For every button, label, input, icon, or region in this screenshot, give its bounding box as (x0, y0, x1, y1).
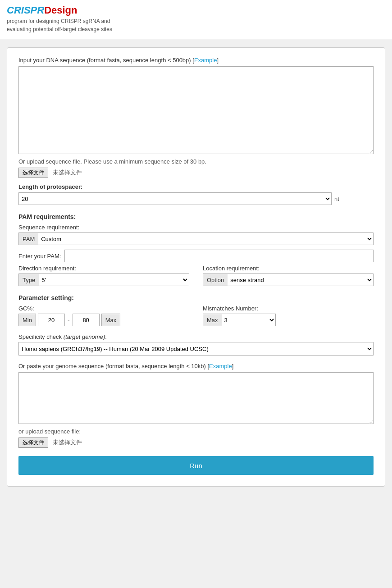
gc-min-prefix: Min (18, 314, 36, 326)
title-crispr: CRISPR (7, 5, 44, 16)
genome-upload-row: or upload sequence file: (18, 428, 374, 435)
mismatch-row: Max 3 (203, 314, 374, 326)
type-prefix-label: Type (18, 273, 39, 286)
upload-note2: or upload sequence file: (18, 428, 81, 435)
gc-dash: - (67, 316, 71, 324)
gc-label: GC%: (18, 305, 189, 312)
gc-max-prefix: Max (101, 314, 121, 326)
pam-input[interactable] (64, 250, 374, 262)
site-title: CRISPRDesign (7, 5, 385, 16)
dna-no-file-label: 未选择文件 (53, 169, 82, 176)
location-row: Option sense strand (203, 273, 374, 286)
param-row: GC%: Min - Max Mismatches Number: Max 3 (18, 305, 374, 326)
direction-col: Direction requirement: Type 5' (18, 265, 189, 286)
specificity-label: Specificity check (target genome): (18, 333, 374, 340)
enter-pam-row: Enter your PAM: (18, 250, 374, 262)
gc-max-input[interactable] (73, 314, 100, 326)
gc-row: Min - Max (18, 314, 189, 326)
location-col: Location requirement: Option sense stran… (203, 265, 374, 286)
protospacer-label: Length of protospacer: (18, 183, 374, 190)
genome-label-text: Or paste your genome sequence (format fa… (18, 363, 209, 369)
specificity-colon: : (105, 333, 107, 340)
dna-file-row: 选择文件 未选择文件 (18, 168, 374, 178)
dna-sequence-input[interactable] (18, 66, 374, 154)
mismatch-col: Mismatches Number: Max 3 (203, 305, 374, 326)
genome-file-button[interactable]: 选择文件 (18, 438, 48, 448)
nt-label: nt (334, 196, 339, 202)
gc-col: GC%: Min - Max (18, 305, 189, 326)
title-design: Design (44, 5, 77, 16)
pam-prefix-label: PAM (18, 232, 38, 245)
subtitle-line1: program for designing CRISPR sgRNA and (7, 18, 110, 24)
main-form-container: Input your DNA sequence (format fasta, s… (7, 47, 385, 487)
direction-select[interactable]: 5' (39, 273, 189, 286)
protospacer-select[interactable]: 20 (18, 192, 332, 205)
specificity-select[interactable]: Homo sapiens (GRCh37/hg19) -- Human (20 … (18, 342, 374, 356)
direction-row: Type 5' (18, 273, 189, 286)
genome-sequence-input[interactable] (18, 372, 374, 424)
dna-label-end: ] (217, 57, 219, 64)
header: CRISPRDesign program for designing CRISP… (0, 0, 392, 39)
dna-upload-row: Or upload sequence file. Please use a mi… (18, 158, 374, 165)
genome-example-link[interactable]: Example (209, 363, 232, 369)
run-button[interactable]: Run (18, 456, 374, 475)
location-req-label: Location requirement: (203, 265, 374, 272)
mismatch-select[interactable]: 3 (222, 314, 276, 326)
specificity-text: Specificity check (18, 333, 62, 340)
location-select[interactable]: sense strand (228, 273, 374, 286)
genome-section-label: Or paste your genome sequence (format fa… (18, 363, 374, 369)
genome-file-row: 选择文件 未选择文件 (18, 438, 374, 448)
sequence-req-label: Sequence requirement: (18, 224, 374, 231)
option-prefix-label: Option (203, 273, 228, 286)
gc-min-input[interactable] (38, 314, 65, 326)
direction-location-row: Direction requirement: Type 5' Location … (18, 265, 374, 286)
dna-section-label: Input your DNA sequence (format fasta, s… (18, 57, 374, 64)
dna-file-button[interactable]: 选择文件 (18, 168, 48, 178)
site-subtitle: program for designing CRISPR sgRNA and e… (7, 17, 385, 33)
param-section-title: Parameter setting: (18, 294, 374, 301)
specificity-text2: (target genome) (64, 333, 105, 340)
subtitle-line2: evaluating potential off-target cleavage… (7, 26, 112, 32)
specificity-section: Specificity check (target genome): Homo … (18, 333, 374, 356)
genome-label-end: ] (232, 363, 234, 369)
enter-pam-label: Enter your PAM: (18, 253, 61, 260)
upload-note: Or upload sequence file. Please use a mi… (18, 158, 206, 165)
pam-type-select[interactable]: Custom (38, 232, 374, 245)
max-prefix-label: Max (203, 314, 222, 326)
mismatch-label: Mismatches Number: (203, 305, 374, 312)
dna-example-link[interactable]: Example (194, 57, 217, 64)
dna-label-text: Input your DNA sequence (format fasta, s… (18, 57, 194, 64)
sequence-req-row: PAM Custom (18, 232, 374, 245)
direction-req-label: Direction requirement: (18, 265, 189, 272)
protospacer-row: 20 nt (18, 192, 374, 205)
genome-no-file-label: 未选择文件 (53, 439, 82, 446)
pam-section-title: PAM requirements: (18, 213, 374, 220)
